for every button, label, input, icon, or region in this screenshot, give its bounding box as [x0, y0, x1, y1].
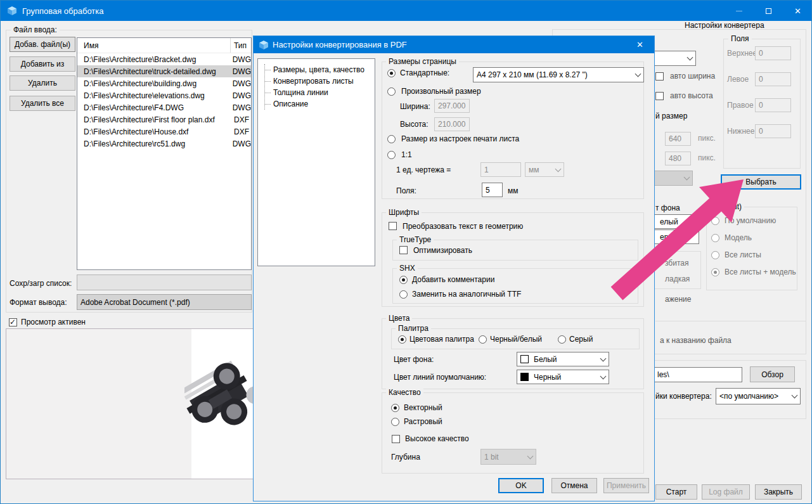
optimize-label: Оптимизировать [413, 246, 472, 255]
table-row[interactable]: D:\Files\Architecture\F4.DWGDWG [77, 101, 251, 113]
file-type-cell: DWG [229, 67, 251, 76]
start-button[interactable]: Старт [655, 484, 697, 500]
dialog-close-button[interactable]: ✕ [626, 36, 654, 53]
table-row[interactable]: D:\Files\Architecture\rc51.dwgDWG [77, 138, 251, 150]
file-list-header[interactable]: Имя Тип [77, 38, 251, 53]
column-header-type[interactable]: Тип [231, 41, 247, 50]
dialog-title-bar[interactable]: Настройки конвертирования в PDF ✕ [254, 36, 654, 53]
table-row[interactable]: D:\Files\Architecture\First floor plan.d… [77, 113, 251, 126]
column-header-name[interactable]: Имя [77, 38, 231, 53]
dialog-tree-panel[interactable]: Размеры, цвета, качествоКонвертировать л… [257, 58, 375, 266]
line-color-select[interactable]: Черный [517, 370, 609, 384]
tree-item[interactable]: Толщина линии [265, 87, 375, 98]
depth-value: 1 bit [484, 453, 499, 462]
close-button[interactable]: ✕ [783, 1, 812, 21]
table-row[interactable]: D:\Files\Architecture\building.dwgDWG [77, 77, 251, 89]
file-type-cell: DWG [229, 139, 251, 148]
remove-button[interactable]: Удалить [10, 75, 75, 91]
margin-label: Правое [727, 101, 755, 110]
auto-width-checkbox[interactable] [655, 72, 664, 81]
standard-size-radio[interactable] [387, 69, 396, 77]
profile-select[interactable]: <по умолчанию> [716, 388, 801, 404]
preview-active-label: Просмотр активен [21, 318, 86, 326]
replace-ttf-radio[interactable] [399, 290, 408, 299]
high-quality-checkbox[interactable] [392, 435, 400, 443]
minimize-icon [736, 11, 742, 11]
margins-group-label: Поля [728, 34, 752, 43]
high-quality-label: Высокое качество [405, 434, 469, 443]
convert-text-label: Преобразовать текст в геометрию [403, 222, 523, 231]
vector-radio[interactable] [391, 404, 399, 412]
palette-group-label: Палитра [396, 324, 431, 333]
raster-radio[interactable] [391, 418, 399, 426]
from-print-settings-radio[interactable] [387, 135, 396, 143]
custom-size-radio[interactable] [387, 87, 396, 96]
bg-color-select[interactable]: Белый [517, 352, 609, 366]
tree-item[interactable]: Конвертировать листы [265, 75, 375, 87]
dialog-title: Настройки конвертирования в PDF [273, 40, 407, 49]
bg-color-label: Цвет фона: [394, 355, 434, 364]
add-comments-radio[interactable] [399, 276, 408, 284]
add-files-button[interactable]: Добав. файл(ы) [10, 37, 75, 52]
table-row[interactable]: D:\Files\Architecture\House.dxfDXF [77, 126, 251, 138]
unit-measure-value: мм [529, 165, 539, 174]
tree-connector [265, 93, 271, 93]
margin-input: 0 [755, 124, 791, 138]
margin-label: Верхнее [727, 49, 755, 58]
fonts-group: Шрифты Преобразовать текст в геометрию T… [382, 212, 644, 307]
file-name-cell: D:\Files\Architecture\House.dxf [77, 127, 231, 136]
margin-field-row: Верхнее0 [727, 46, 791, 60]
convert-text-checkbox[interactable] [389, 222, 397, 230]
drawing-unit-input: 1 [480, 162, 521, 177]
margin-input: 0 [755, 98, 791, 112]
color-palette-label: Цветовая палитра [409, 335, 474, 344]
color-palette-radio[interactable] [398, 335, 406, 344]
bw-palette-radio[interactable] [479, 335, 487, 344]
browse-button[interactable]: Обзор [750, 366, 795, 382]
save-load-label: Сохр/загр список: [10, 279, 72, 288]
file-type-cell: DWG [229, 103, 251, 112]
dialog-icon [259, 40, 269, 50]
cancel-button[interactable]: Отмена [551, 478, 597, 493]
margin-fields: Верхнее0Левое0Правое0Нижнее0 [727, 46, 791, 150]
output-format-select[interactable]: Adobe Acrobat Document (*.pdf) [77, 294, 252, 310]
app-icon [7, 6, 17, 16]
file-name-cell: D:\Files\Architecture\elevations.dwg [77, 91, 229, 100]
truetype-group: TrueType Оптимизировать [392, 240, 638, 261]
maximize-button[interactable] [754, 1, 783, 21]
optimize-checkbox[interactable] [399, 246, 408, 254]
one-to-one-radio[interactable] [387, 151, 396, 159]
table-row[interactable]: D:\Files\Architecture\Bracket.dwgDWG [77, 53, 251, 65]
save-load-input[interactable] [77, 275, 252, 290]
preview-active-checkbox[interactable] [9, 318, 17, 326]
drawing-unit-select: мм [525, 162, 564, 177]
gray-palette-radio[interactable] [558, 335, 566, 344]
tree-item[interactable]: Размеры, цвета, качество [265, 64, 375, 75]
converter-settings-label-fragment: йки конвертера: [655, 392, 712, 401]
dialog-tree: Размеры, цвета, качествоКонвертировать л… [264, 64, 375, 110]
palette-group: Палитра Цветовая палитра Черный/белый Се… [391, 328, 640, 349]
auto-height-checkbox[interactable] [655, 92, 664, 100]
ok-button[interactable]: OK [498, 478, 544, 493]
table-row[interactable]: D:\Files\Architecture\elevations.dwgDWG [77, 89, 251, 101]
tree-item[interactable]: Описание [265, 98, 375, 110]
add-from-button[interactable]: Добавить из [10, 56, 75, 72]
drawing-unit-label: 1 ед. чертежа = [396, 165, 451, 174]
height-px-input: 480 [665, 152, 691, 165]
margin-field-row: Правое0 [727, 98, 791, 112]
converter-group-label: Настройки конвертера [682, 21, 767, 30]
close-app-button[interactable]: Закрыть [755, 484, 802, 500]
page-size-group-label: Размеры страницы [386, 57, 459, 66]
profile-value: <по умолчанию> [719, 392, 778, 401]
chevron-down-icon [527, 453, 534, 459]
paper-format-value: A4 297 x 210 мм (11.69 x 8.27 ") [477, 70, 588, 79]
title-bar[interactable]: Групповая обработка ✕ [1, 1, 811, 21]
tree-connector [265, 81, 271, 82]
table-row[interactable]: D:\Files\Architecture\truck-detailed.dwg… [77, 65, 251, 77]
file-list[interactable]: Имя Тип D:\Files\Architecture\Bracket.dw… [77, 37, 252, 270]
minimize-button[interactable] [725, 1, 754, 21]
dialog-margin-input[interactable]: 5 [482, 183, 503, 197]
shx-group: SHX Добавить комментарии Заменить на ана… [392, 268, 638, 304]
paper-format-select[interactable]: A4 297 x 210 мм (11.69 x 8.27 ") [473, 67, 644, 82]
remove-all-button[interactable]: Удалить все [10, 96, 75, 111]
